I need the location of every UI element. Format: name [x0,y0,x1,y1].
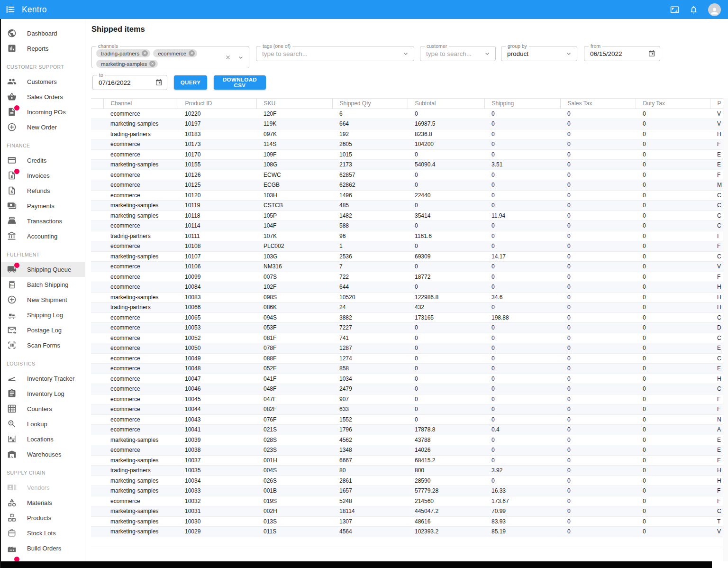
table-row[interactable]: marketing-samples10033001B165757779.2816… [91,486,723,496]
query-button[interactable]: QUERY [174,75,207,90]
table-row[interactable]: ecommerce10046048F24790000C [91,384,723,394]
table-row[interactable]: ecommerce10065094S3882173165198.8800C [91,312,723,323]
sidebar-item-lookup[interactable]: Lookup [0,416,85,431]
table-row[interactable]: trading-partners10066086K24432000H [91,302,723,313]
table-row[interactable]: ecommerce10052081F7410000C [91,333,723,343]
table-row[interactable]: ecommerce10114104F5880000C [91,221,723,231]
table-row[interactable]: ecommerce10044082F6330000F [91,404,723,415]
sidebar-item-transactions[interactable]: Transactions [0,213,85,229]
group-by-field[interactable]: group by [501,46,577,61]
table-scrollbar[interactable] [723,98,728,561]
sidebar-item-new-shipment[interactable]: New Shipment [0,292,85,307]
chip-delete-icon[interactable]: ✕ [149,61,155,67]
sidebar-item-batch-shipping[interactable]: 9+Batch Shipping [0,277,85,292]
from-date-field[interactable]: from [584,46,660,61]
table-row[interactable]: ecommerce10173114S2605104200000F [91,139,723,150]
to-date-field[interactable]: to [92,75,167,90]
table-row[interactable]: ecommerce10043076F15520000N [91,414,723,425]
sidebar-item-new-order[interactable]: New Order [0,119,85,135]
table-row[interactable]: marketing-samples10119CSTCB4850000C [91,201,723,211]
sidebar-item-vendors[interactable]: Vendors [0,480,85,495]
notifications-icon[interactable] [689,5,698,14]
sidebar-item-locations[interactable]: Locations [0,431,85,447]
table-row-partial[interactable] [91,537,723,547]
table-row[interactable]: ecommerce10032019S5248214560173.6700F [91,496,723,506]
table-row[interactable]: ecommerce10170109F10150000E [91,149,723,160]
channels-field[interactable]: channels trading-partners✕ecommerce✕mark… [91,46,249,68]
sidebar-item-reports[interactable]: Reports [0,41,85,56]
table-row[interactable]: ecommerce10045047F9070000F [91,394,723,404]
avatar[interactable] [708,3,721,16]
table-row[interactable]: ecommerce10047041F10340000H [91,374,723,384]
sidebar-item-products[interactable]: Products [0,510,85,525]
table-row[interactable]: marketing-samples10037001H666768415.2000… [91,455,723,466]
sidebar-item-refunds[interactable]: $Refunds [0,183,85,198]
table-row[interactable]: ecommerce10041021S179617878.80.400A [91,425,723,435]
sidebar-item-warehouses[interactable]: Warehouses [0,447,85,462]
table-row[interactable]: marketing-samples10034026S286128590000H [91,476,723,486]
sidebar-item-shipping-log[interactable]: Shipping Log [0,307,85,322]
chip-delete-icon[interactable]: ✕ [189,50,195,56]
calendar-icon[interactable] [155,79,163,86]
sidebar-item-materials[interactable]: Materials [0,495,85,510]
tags-field[interactable]: tags (one of) [256,46,414,61]
sidebar-item-payments[interactable]: Payments [0,198,85,213]
table-row[interactable]: ecommerce10049088F12740000C [91,353,723,364]
table-row[interactable]: marketing-samples10107103G25366930914.17… [91,251,723,262]
sidebar-item-postage-log[interactable]: Postage Log [0,322,85,338]
table-row[interactable]: ecommerce10126ECWC628570000F [91,170,723,180]
table-row[interactable]: trading-partners10035004S808003.9200H [91,466,723,476]
table-row[interactable]: marketing-samples10083098S10520122986.83… [91,292,723,302]
sidebar-item-inventory-log[interactable]: Inventory Log [0,386,85,401]
table-row[interactable]: ecommerce10125ECGB628620000M [91,180,723,191]
table-row[interactable]: ecommerce10048052F8580000E [91,364,723,374]
table-row[interactable]: marketing-samples10039028S456243788000E [91,435,723,445]
sidebar-item-invoices[interactable]: $Invoices [0,168,85,183]
table-row[interactable]: ecommerce10108PLC00210000F [91,241,723,252]
sidebar-item-build-orders[interactable]: Build Orders [0,541,85,556]
table-row[interactable]: ecommerce10106NM31670000V [91,262,723,272]
sidebar-item-accounting[interactable]: Accounting [0,229,85,244]
calendar-icon[interactable] [648,50,655,57]
table-cell: 103G [256,251,332,262]
table-cell: 1161.6 [408,231,484,241]
row-spacer [91,282,103,293]
table-row[interactable]: ecommerce10038023S134814026000E [91,445,723,456]
sidebar-item-inventory-tracker[interactable]: Inventory Tracker [0,371,85,386]
clear-icon[interactable] [225,54,231,61]
table-row[interactable]: ecommerce10084102F6440000H [91,282,723,293]
chevron-down-icon[interactable] [565,50,573,57]
table-row[interactable]: marketing-samples10155108G217354090.43.5… [91,160,723,170]
download-csv-button[interactable]: DOWNLOAD CSV [214,75,266,90]
table-row[interactable]: marketing-samples10118105P14823541411.94… [91,211,723,221]
sidebar-item-customers[interactable]: Customers [0,74,85,89]
sidebar-item-scan-forms[interactable]: Scan Forms [0,338,85,353]
chevron-down-icon[interactable] [237,54,245,61]
table-row[interactable]: marketing-samples10029011S4564102393.285… [91,527,723,537]
table-row[interactable]: ecommerce10099007S72218772000F [91,272,723,282]
sidebar-item-credits[interactable]: Credits [0,153,85,168]
table-row[interactable]: ecommerce10050078F12870000E [91,343,723,354]
sidebar-item-counters[interactable]: Counters [0,401,85,416]
table-row[interactable]: trading-partners10183097K1928236.8000H [91,129,723,139]
table-row[interactable]: trading-partners10111107K961161.6000I [91,231,723,241]
table-row[interactable]: ecommerce10120103H149622440000C [91,190,723,201]
menu-icon[interactable] [5,4,16,15]
sidebar-item-shipping-queue[interactable]: Shipping Queue [0,262,85,277]
chip-delete-icon[interactable]: ✕ [142,50,148,56]
sidebar-item-dashboard[interactable]: Dashboard [0,26,85,41]
table-row[interactable]: ecommerce10053053F72270000D [91,323,723,333]
table-cell: 0 [484,109,560,119]
chevron-down-icon[interactable] [402,50,410,57]
customer-field[interactable]: customer [420,46,496,61]
table-row[interactable]: marketing-samples10031002H18114445047.27… [91,506,723,517]
table-row[interactable]: ecommerce10220120F60000V [91,109,723,119]
sidebar-item-stock-lots[interactable]: Stock Lots [0,525,85,541]
sidebar-item-sales-orders[interactable]: Sales Orders [0,89,85,104]
table-row[interactable]: marketing-samples10030013S13074861683.93… [91,516,723,527]
sidebar-item-incoming-pos[interactable]: Incoming POs [0,104,85,119]
table-row[interactable]: marketing-samples10197119K66416987.5000V [91,119,723,129]
table-cell: N [710,414,723,425]
fit-screen-icon[interactable] [670,5,679,14]
chevron-down-icon[interactable] [483,50,491,57]
